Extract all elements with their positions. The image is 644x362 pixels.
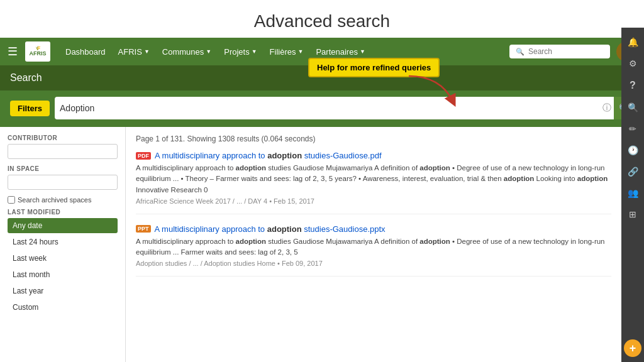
tooltip-balloon: Help for more refined queries [308,58,440,77]
date-any[interactable]: Any date [8,218,118,233]
nav-communes[interactable]: Communes ▼ [157,45,216,59]
archived-spaces-label: Search archived spaces [18,196,91,204]
result-path-2: Adoption studies / ... / Adoption studie… [136,260,611,267]
nav-links: Dashboard AFRIS ▼ Communes ▼ Projets ▼ F… [60,45,509,59]
result-path-1: AfricaRice Science Week 2017 / ... / DAY… [136,197,611,205]
people-icon[interactable]: 👥 [623,184,643,202]
nav-partenaires[interactable]: Partenaires ▼ [311,45,370,59]
date-month[interactable]: Last month [8,267,118,282]
result-title-2[interactable]: PPT A multidisciplinary approach to adop… [136,224,611,234]
last-modified-label: LAST MODIFIED [8,209,118,216]
right-sidebar: 🔔 ⚙ ? 🔍 ✏ 🕐 🔗 👥 ⊞ + [621,28,644,362]
apps-icon[interactable]: ⊞ [623,205,643,224]
settings-icon[interactable]: ⚙ [623,54,643,73]
result-title-text-1[interactable]: A multidisciplinary approach to adoption… [155,151,382,160]
hamburger-menu[interactable]: ☰ [8,45,18,58]
nav-afris[interactable]: AFRIS ▼ [113,45,155,59]
result-title-text-2[interactable]: A multidisciplinary approach to adoption… [155,224,386,234]
contributor-label: CONTRIBUTOR [8,134,118,141]
in-space-label: IN SPACE [8,165,118,172]
result-title-1[interactable]: PDF A multidisciplinary approach to adop… [136,151,611,160]
page-title: Advanced search [0,11,644,31]
content-area: CONTRIBUTOR IN SPACE Search archived spa… [0,127,621,362]
help-icon[interactable]: ? [623,75,643,96]
link-icon[interactable]: 🔗 [623,162,643,181]
archived-spaces-checkbox[interactable] [8,196,15,204]
contributor-input[interactable] [8,144,118,159]
date-year[interactable]: Last year [8,283,118,299]
notification-icon[interactable]: 🔔 [623,33,643,52]
date-custom[interactable]: Custom [8,300,118,315]
search-input[interactable] [60,103,600,113]
nav-filieres[interactable]: Filières ▼ [265,45,309,59]
filters-badge[interactable]: Filters [10,101,50,116]
in-space-input[interactable] [8,175,118,190]
search-bar-area: Filters ⓘ 🔍 [0,90,644,127]
logo-text: 🌾 AFRIS [30,46,47,57]
logo[interactable]: 🌾 AFRIS [25,41,50,62]
search-input-wrapper: ⓘ 🔍 [55,97,634,119]
result-icon-2: PPT [136,225,151,233]
results-meta: Page 1 of 131. Showing 1308 results (0.0… [136,134,611,143]
nav-dashboard[interactable]: Dashboard [60,45,111,59]
left-panel: CONTRIBUTOR IN SPACE Search archived spa… [0,127,126,362]
date-24h[interactable]: Last 24 hours [8,234,118,250]
nav-search-input[interactable] [528,47,604,56]
result-item: PPT A multidisciplinary approach to adop… [136,224,611,277]
nav-search-icon: 🔍 [516,48,525,56]
edit-icon[interactable]: ✏ [623,119,643,138]
sub-header-title: Search [10,72,42,84]
result-snippet-1: A multidisciplinary approach to adoption… [136,163,611,195]
archived-spaces-row: Search archived spaces [8,196,118,204]
result-item: PDF A multidisciplinary approach to adop… [136,151,611,214]
result-snippet-2: A multidisciplinary approach to adoption… [136,236,611,258]
nav-search: 🔍 [509,45,610,58]
add-button[interactable]: + [624,339,641,357]
main-results: Page 1 of 131. Showing 1308 results (0.0… [126,127,621,362]
date-week[interactable]: Last week [8,251,118,266]
search-help-icon[interactable]: ⓘ [600,100,614,116]
result-icon-1: PDF [136,152,151,160]
nav-projets[interactable]: Projets ▼ [219,45,262,59]
page-title-area: Advanced search [0,0,644,38]
search-sidebar-icon[interactable]: 🔍 [623,98,643,117]
nav-search-box[interactable]: 🔍 [509,45,610,58]
clock-icon[interactable]: 🕐 [623,141,643,160]
